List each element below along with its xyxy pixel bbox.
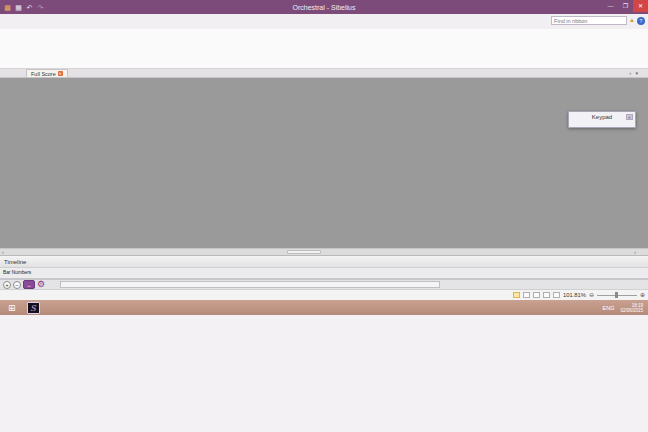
start-button[interactable]: ⊞	[3, 301, 21, 315]
scroll-right-icon[interactable]: ›	[634, 249, 636, 255]
score-view[interactable]	[0, 78, 648, 248]
language-indicator[interactable]: ENG	[603, 305, 615, 311]
window-buttons: —❐✕	[603, 0, 648, 14]
maximize-button[interactable]: ❐	[618, 0, 633, 12]
minimize-button[interactable]: —	[603, 0, 618, 12]
sibelius-window: ▩▦↶↷ Orchestral - Sibelius —❐✕ ▲ ? Full …	[0, 0, 648, 432]
timeline-scrollbar[interactable]: + − ↔ ⚙	[0, 279, 648, 289]
keypad-title: Keypad ✕	[571, 114, 633, 122]
keypad-close-icon[interactable]: ✕	[626, 114, 633, 120]
document-tab-icons: ＋ ▾	[627, 70, 638, 76]
find-in-ribbon: ▲ ?	[551, 16, 645, 25]
clock[interactable]: 18:19 02/06/2015	[620, 303, 643, 313]
status-bar: 101.81% ⊖ ⊕	[0, 289, 648, 300]
clock-date: 02/06/2015	[620, 308, 643, 313]
view-mode-icon[interactable]	[553, 292, 560, 298]
zoom-slider-thumb[interactable]	[615, 292, 618, 298]
find-in-ribbon-input[interactable]	[551, 16, 627, 25]
view-mode-icon[interactable]	[513, 292, 520, 298]
zoom-level: 101.81%	[563, 292, 586, 298]
document-tab-label: Full Score	[31, 71, 56, 77]
keypad-title-label: Keypad	[592, 114, 612, 120]
bar-numbers-cells	[44, 268, 648, 278]
windows-taskbar: ⊞ S ENG 18:19 02/06/2015	[0, 300, 648, 315]
close-tab-icon[interactable]: ✕	[58, 71, 63, 76]
ribbon-tab-bar: ▲ ?	[0, 14, 648, 29]
document-tab-bar: Full Score ✕ ＋ ▾	[0, 69, 648, 78]
keypad-panel: Keypad ✕	[568, 111, 636, 128]
close-button[interactable]: ✕	[633, 0, 648, 12]
system-tray: ENG 18:19 02/06/2015	[599, 303, 645, 313]
timeline-title: Timeline	[4, 259, 26, 265]
zoom-in-icon[interactable]: ⊕	[640, 292, 645, 298]
app-icon[interactable]: ▩	[3, 3, 12, 12]
view-mode-icon[interactable]	[533, 292, 540, 298]
scrollbar-thumb[interactable]	[287, 250, 321, 254]
minimize-ribbon-icon[interactable]: ▲	[629, 16, 635, 25]
save-icon[interactable]: ▦	[14, 3, 23, 12]
score-horizontal-scrollbar[interactable]: ‹ ›	[0, 248, 648, 255]
sibelius-taskbar-icon[interactable]: S	[27, 302, 40, 314]
zoom-out-icon[interactable]: ⊖	[589, 292, 594, 298]
window-title: Orchestral - Sibelius	[0, 4, 648, 11]
timeline-settings-gear-icon[interactable]: ⚙	[37, 280, 45, 289]
title-bar: ▩▦↶↷ Orchestral - Sibelius —❐✕	[0, 0, 648, 14]
timeline-bar-numbers: Bar Numbers	[0, 268, 648, 279]
help-icon[interactable]: ?	[637, 17, 645, 25]
timeline-fit-button[interactable]: ↔	[23, 280, 35, 289]
scroll-left-icon[interactable]: ‹	[2, 249, 4, 255]
tab-list-icon[interactable]: ▾	[635, 70, 638, 76]
view-mode-icon[interactable]	[543, 292, 550, 298]
timeline-zoom-out-button[interactable]: −	[13, 281, 21, 289]
quick-access-toolbar: ▩▦↶↷	[0, 3, 45, 12]
timeline-controls: + − ↔ ⚙	[3, 280, 45, 289]
redo-icon[interactable]: ↷	[36, 3, 45, 12]
status-right: 101.81% ⊖ ⊕	[513, 292, 645, 298]
timeline-header[interactable]: Timeline	[0, 255, 648, 268]
bar-numbers-label: Bar Numbers	[0, 268, 44, 278]
timeline-scrollbar-thumb[interactable]	[60, 281, 440, 288]
undo-icon[interactable]: ↶	[25, 3, 34, 12]
timeline-zoom-in-button[interactable]: +	[3, 281, 11, 289]
new-tab-icon[interactable]: ＋	[627, 70, 632, 76]
ribbon	[0, 29, 648, 69]
zoom-slider[interactable]	[597, 292, 637, 298]
tab-full-score[interactable]: Full Score ✕	[26, 69, 68, 77]
view-mode-icon[interactable]	[523, 292, 530, 298]
